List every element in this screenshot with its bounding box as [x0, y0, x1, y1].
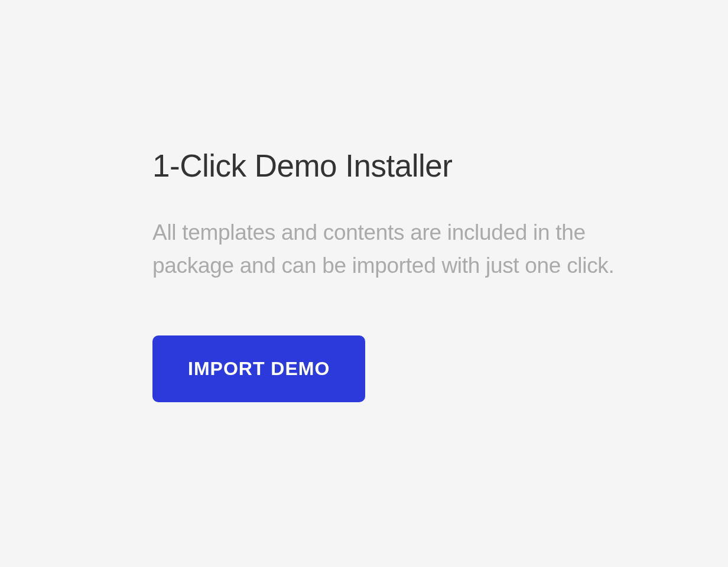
content-container: 1-Click Demo Installer All templates and…	[152, 148, 625, 402]
import-demo-button[interactable]: IMPORT DEMO	[152, 335, 365, 402]
page-description: All templates and contents are included …	[152, 216, 625, 282]
page-heading: 1-Click Demo Installer	[152, 148, 625, 184]
